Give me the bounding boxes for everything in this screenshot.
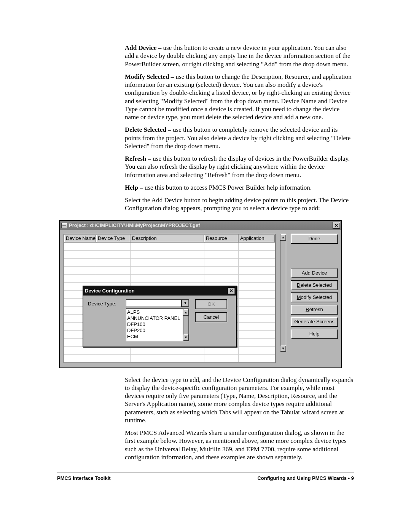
chevron-down-icon[interactable]: ▼ bbox=[182, 299, 189, 307]
generate-screens-button[interactable]: Generate Screens bbox=[291, 317, 338, 327]
scroll-down-icon[interactable]: ▼ bbox=[183, 334, 189, 341]
done-button[interactable]: Done bbox=[291, 234, 338, 244]
listbox-scrollbar[interactable]: ▲ ▼ bbox=[183, 309, 189, 341]
project-title: Project : d:\CIMPLICITY\HMI\MyProject\MY… bbox=[69, 222, 200, 228]
page-footer: PMCS Interface Toolkit Configuring and U… bbox=[57, 475, 354, 481]
delete-selected-button[interactable]: Delete Selected bbox=[291, 280, 338, 290]
table-row[interactable] bbox=[64, 274, 275, 282]
page: Add Device – use this button to create a… bbox=[0, 0, 411, 511]
refresh-button[interactable]: Refresh bbox=[291, 305, 338, 315]
device-grid-wrap: Device Name Device Type Description Reso… bbox=[64, 234, 276, 363]
device-type-combobox[interactable]: ▼ bbox=[126, 299, 189, 307]
dialog-buttons: OK Cancel bbox=[195, 299, 227, 322]
body-text-block-2: Select the device type to add, and the D… bbox=[125, 376, 354, 462]
para-refresh: Refresh – use this button to refresh the… bbox=[125, 155, 354, 179]
term-refresh: Refresh bbox=[125, 155, 146, 162]
term-add-device: Add Device bbox=[125, 44, 157, 51]
col-description[interactable]: Description bbox=[130, 234, 204, 242]
term-help: Help bbox=[125, 184, 138, 191]
device-type-listbox[interactable]: ALPS ANNUNCIATOR PANEL DFP100 DFP200 ECM… bbox=[126, 308, 189, 341]
para-instruction: Select the Add Device button to begin ad… bbox=[125, 196, 354, 212]
footer-left: PMCS Interface Toolkit bbox=[57, 475, 111, 481]
table-row[interactable] bbox=[64, 250, 275, 258]
device-type-input[interactable] bbox=[126, 299, 182, 307]
dialog-title: Device Configuration bbox=[85, 288, 135, 294]
scroll-track[interactable] bbox=[183, 316, 189, 334]
footer-rule bbox=[57, 473, 354, 473]
button-sidebar: Done Add Device Delete Selected Modify S… bbox=[291, 234, 338, 363]
list-item[interactable]: ECM bbox=[127, 334, 182, 340]
para-after-2: Most PMCS Advanced Wizards share a simil… bbox=[125, 429, 354, 461]
table-row[interactable] bbox=[64, 258, 275, 266]
device-config-dialog: Device Configuration ✕ Device Type: ▼ bbox=[83, 286, 237, 347]
app-icon bbox=[61, 223, 67, 228]
list-item[interactable]: DFP200 bbox=[127, 328, 182, 334]
para-add-device: Add Device – use this button to create a… bbox=[125, 44, 354, 68]
ok-button[interactable]: OK bbox=[195, 299, 227, 309]
device-type-combo: ▼ ALPS ANNUNCIATOR PANEL DFP100 DFP200 E… bbox=[126, 299, 189, 341]
scroll-track-body[interactable] bbox=[280, 241, 286, 345]
table-row[interactable] bbox=[64, 266, 275, 274]
dialog-body: Device Type: ▼ ALPS ANNUNCIATOR PANEL bbox=[83, 296, 236, 347]
para-delete-selected: Delete Selected – use this button to com… bbox=[125, 126, 354, 150]
col-application[interactable]: Application bbox=[238, 234, 275, 242]
table-row[interactable] bbox=[64, 354, 275, 362]
table-row[interactable] bbox=[64, 346, 275, 354]
device-type-options: ALPS ANNUNCIATOR PANEL DFP100 DFP200 ECM bbox=[126, 309, 183, 341]
scroll-up-icon[interactable]: ▲ bbox=[280, 234, 286, 241]
term-modify-selected: Modify Selected bbox=[125, 73, 169, 80]
dialog-titlebar[interactable]: Device Configuration ✕ bbox=[83, 286, 236, 296]
list-item[interactable]: ANNUNCIATOR PANEL bbox=[127, 315, 182, 321]
project-client-area: Device Name Device Type Description Reso… bbox=[60, 230, 341, 367]
scroll-up-icon[interactable]: ▲ bbox=[183, 309, 189, 316]
modify-selected-button[interactable]: Modify Selected bbox=[291, 292, 338, 302]
embedded-screenshot: Project : d:\CIMPLICITY\HMI\MyProject\MY… bbox=[59, 220, 342, 368]
add-device-button[interactable]: Add Device bbox=[291, 268, 338, 278]
para-modify-selected: Modify Selected – use this button to cha… bbox=[125, 73, 354, 121]
device-type-label: Device Type: bbox=[88, 299, 122, 307]
term-delete-selected: Delete Selected bbox=[125, 126, 166, 133]
col-device-name[interactable]: Device Name bbox=[64, 234, 96, 242]
para-help: Help – use this button to access PMCS Po… bbox=[125, 184, 354, 192]
table-row[interactable] bbox=[64, 242, 275, 250]
cancel-button[interactable]: Cancel bbox=[195, 312, 227, 322]
list-item[interactable]: DFP100 bbox=[127, 321, 182, 328]
help-button[interactable]: Help bbox=[291, 329, 338, 339]
para-after-1: Select the device type to add, and the D… bbox=[125, 376, 354, 425]
dialog-close-icon[interactable]: ✕ bbox=[228, 288, 235, 294]
project-window: Project : d:\CIMPLICITY\HMI\MyProject\MY… bbox=[59, 220, 342, 368]
footer-right: Configuring and Using PMCS Wizards • 9 bbox=[257, 475, 354, 481]
list-item[interactable]: ALPS bbox=[127, 309, 182, 315]
grid-header-row: Device Name Device Type Description Reso… bbox=[64, 234, 275, 242]
body-text-block: Add Device – use this button to create a… bbox=[125, 44, 354, 212]
close-icon[interactable]: ✕ bbox=[333, 222, 340, 229]
col-device-type[interactable]: Device Type bbox=[96, 234, 130, 242]
scroll-down-icon[interactable]: ▼ bbox=[280, 345, 286, 352]
grid-scrollbar[interactable]: ▲ ▼ bbox=[280, 234, 286, 352]
project-titlebar[interactable]: Project : d:\CIMPLICITY\HMI\MyProject\MY… bbox=[60, 221, 341, 230]
col-resource[interactable]: Resource bbox=[204, 234, 238, 242]
spacer bbox=[291, 246, 338, 266]
